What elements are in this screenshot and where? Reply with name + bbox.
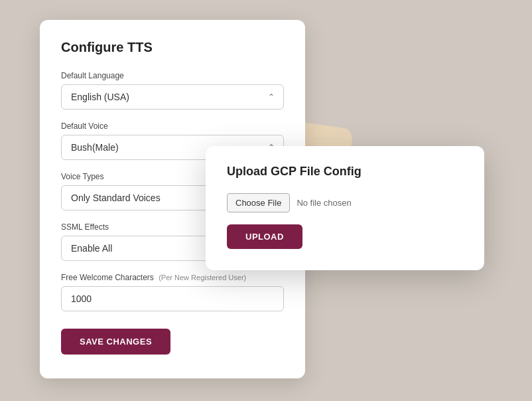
free-welcome-characters-label: Free Welcome Characters (Per New Registe…: [61, 273, 284, 282]
no-file-text: No file chosen: [297, 198, 351, 208]
upload-button[interactable]: UPLOAD: [227, 224, 302, 249]
default-language-select-wrapper: English (USA) English (UK) Spanish Frenc…: [61, 84, 284, 110]
free-welcome-characters-input[interactable]: [61, 286, 284, 311]
default-voice-label: Default Voice: [61, 121, 284, 131]
default-language-label: Default Language: [61, 71, 284, 80]
file-upload-row: Choose File No file chosen: [227, 193, 463, 212]
default-language-select[interactable]: English (USA) English (UK) Spanish Frenc…: [61, 84, 284, 110]
upload-gcp-modal: Upload GCP File Config Choose File No fi…: [206, 146, 484, 270]
upload-modal-title: Upload GCP File Config: [227, 165, 463, 179]
free-welcome-characters-group: Free Welcome Characters (Per New Registe…: [61, 273, 284, 311]
configure-tts-title: Configure TTS: [61, 40, 284, 55]
default-language-group: Default Language English (USA) English (…: [61, 71, 284, 110]
choose-file-button[interactable]: Choose File: [227, 193, 290, 212]
save-changes-button[interactable]: SAVE CHANGES: [61, 329, 170, 355]
